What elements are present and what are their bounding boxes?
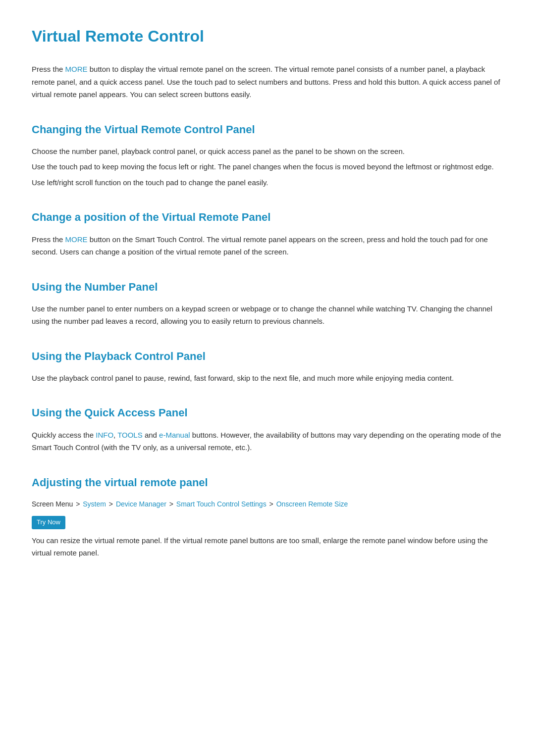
section-body-number-panel: Use the number panel to enter numbers on… xyxy=(32,302,503,328)
changing-para-2: Use the touch pad to keep moving the foc… xyxy=(32,160,503,173)
try-now-button[interactable]: Try Now xyxy=(32,516,65,529)
more-keyword-intro: MORE xyxy=(65,65,88,73)
breadcrumb-sep-1: > xyxy=(76,500,82,508)
page-title: Virtual Remote Control xyxy=(32,24,503,49)
section-body-changing: Choose the number panel, playback contro… xyxy=(32,145,503,189)
section-body-playback-panel: Use the playback control panel to pause,… xyxy=(32,372,503,385)
changing-para-3: Use left/right scroll function on the to… xyxy=(32,176,503,189)
adjusting-para-1: You can resize the virtual remote panel.… xyxy=(32,534,503,559)
emanual-keyword: e-Manual xyxy=(159,431,190,439)
info-keyword: INFO xyxy=(96,431,113,439)
breadcrumb-device-manager[interactable]: Device Manager xyxy=(116,500,166,508)
breadcrumb-sep-2: > xyxy=(109,500,115,508)
breadcrumb-sep-4: > xyxy=(269,500,275,508)
section-title-adjusting: Adjusting the virtual remote panel xyxy=(32,474,503,491)
quick-access-para-1: Quickly access the INFO, TOOLS and e-Man… xyxy=(32,429,503,454)
playback-panel-para-1: Use the playback control panel to pause,… xyxy=(32,372,503,385)
breadcrumb-onscreen-remote-size[interactable]: Onscreen Remote Size xyxy=(276,500,348,508)
intro-paragraph: Press the MORE button to display the vir… xyxy=(32,63,503,101)
section-body-quick-access: Quickly access the INFO, TOOLS and e-Man… xyxy=(32,429,503,454)
section-title-number-panel: Using the Number Panel xyxy=(32,278,503,296)
change-position-para-1: Press the MORE button on the Smart Touch… xyxy=(32,233,503,258)
section-number-panel: Using the Number Panel Use the number pa… xyxy=(32,278,503,328)
section-title-changing: Changing the Virtual Remote Control Pane… xyxy=(32,121,503,138)
breadcrumb: Screen Menu > System > Device Manager > … xyxy=(32,498,503,510)
section-body-adjusting: You can resize the virtual remote panel.… xyxy=(32,534,503,559)
breadcrumb-system[interactable]: System xyxy=(83,500,106,508)
section-title-quick-access: Using the Quick Access Panel xyxy=(32,404,503,421)
section-title-change-position: Change a position of the Virtual Remote … xyxy=(32,208,503,226)
section-playback-panel: Using the Playback Control Panel Use the… xyxy=(32,348,503,385)
section-changing: Changing the Virtual Remote Control Pane… xyxy=(32,121,503,189)
section-quick-access: Using the Quick Access Panel Quickly acc… xyxy=(32,404,503,454)
changing-para-1: Choose the number panel, playback contro… xyxy=(32,145,503,158)
section-change-position: Change a position of the Virtual Remote … xyxy=(32,208,503,258)
breadcrumb-smart-touch-settings[interactable]: Smart Touch Control Settings xyxy=(176,500,267,508)
breadcrumb-sep-3: > xyxy=(169,500,175,508)
number-panel-para-1: Use the number panel to enter numbers on… xyxy=(32,302,503,328)
tools-keyword: TOOLS xyxy=(117,431,143,439)
section-adjusting: Adjusting the virtual remote panel Scree… xyxy=(32,474,503,559)
section-body-change-position: Press the MORE button on the Smart Touch… xyxy=(32,233,503,258)
section-title-playback-panel: Using the Playback Control Panel xyxy=(32,348,503,365)
more-keyword-position: MORE xyxy=(65,235,88,244)
breadcrumb-prefix: Screen Menu xyxy=(32,500,73,508)
